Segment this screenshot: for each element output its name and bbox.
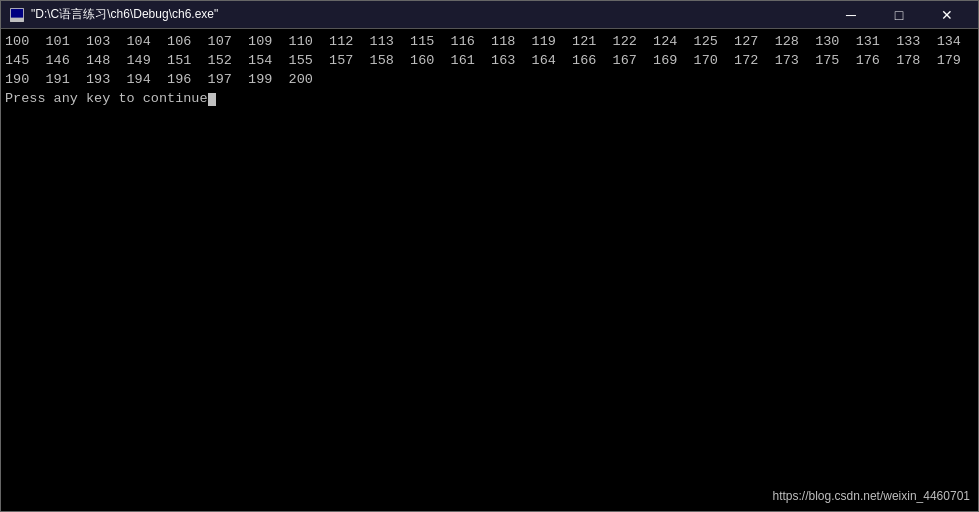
minimize-button[interactable]: ─ (828, 1, 874, 29)
window: "D:\C语言练习\ch6\Debug\ch6.exe" ─ □ ✕ 100 1… (0, 0, 979, 512)
title-bar: "D:\C语言练习\ch6\Debug\ch6.exe" ─ □ ✕ (1, 1, 978, 29)
watermark: https://blog.csdn.net/weixin_4460701 (773, 489, 970, 503)
console-area: 100 101 103 104 106 107 109 110 112 113 … (1, 29, 978, 511)
maximize-button[interactable]: □ (876, 1, 922, 29)
cursor (208, 93, 216, 106)
window-title: "D:\C语言练习\ch6\Debug\ch6.exe" (31, 6, 218, 23)
console-output: 100 101 103 104 106 107 109 110 112 113 … (5, 33, 974, 109)
output-line3: 190 191 193 194 196 197 199 200 (5, 72, 313, 87)
output-line4: Press any key to continue (5, 91, 208, 106)
svg-rect-1 (11, 8, 23, 17)
terminal-icon (9, 7, 25, 23)
close-button[interactable]: ✕ (924, 1, 970, 29)
title-bar-left: "D:\C语言练习\ch6\Debug\ch6.exe" (9, 6, 218, 23)
output-line2: 145 146 148 149 151 152 154 155 157 158 … (5, 53, 978, 68)
svg-rect-2 (11, 18, 23, 21)
title-bar-controls: ─ □ ✕ (828, 1, 970, 29)
output-line1: 100 101 103 104 106 107 109 110 112 113 … (5, 34, 978, 49)
